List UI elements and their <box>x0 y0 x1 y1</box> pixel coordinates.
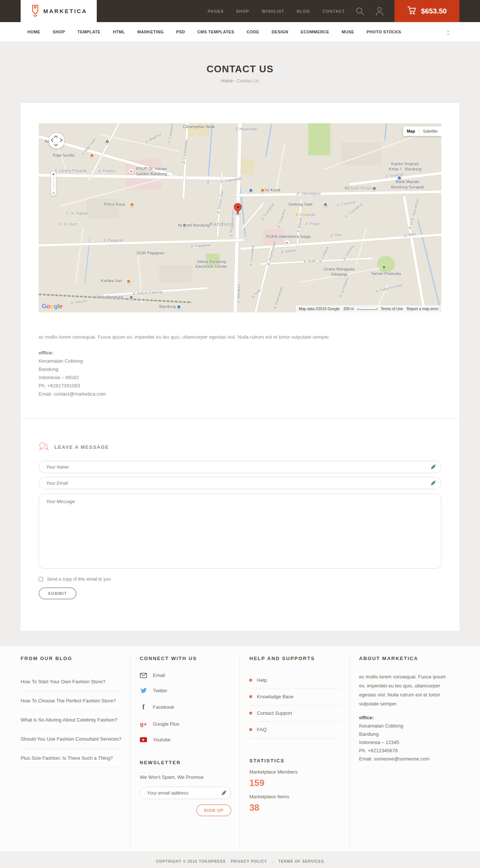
park-poi-icon <box>382 264 387 269</box>
help-link-label: Knowladge Base <box>257 694 294 699</box>
social-link-twitter[interactable]: Twitter <box>140 688 232 693</box>
bullet-square-icon <box>249 728 252 731</box>
social-link-label: Twitter <box>153 688 167 693</box>
category-nav-item[interactable]: CODE <box>247 30 259 34</box>
map-label: Jl. Pajajaran <box>190 243 211 249</box>
report-map-error-link[interactable]: Report a map error <box>407 307 438 311</box>
map-scale-label: 200 m <box>344 307 354 311</box>
brand-logo[interactable]: MARKETICA <box>21 0 97 22</box>
stat-value: 38 <box>249 802 341 813</box>
blog-post-link[interactable]: Plus Size Fashion: Is There Such a Thing… <box>21 749 122 768</box>
social-link-label: Facebook <box>153 704 174 710</box>
category-nav-item[interactable]: DESIGN <box>272 30 288 34</box>
map-label: GOR Pajajaran <box>136 251 165 256</box>
map-label: Jl. Progo <box>305 221 320 226</box>
map-view-button[interactable]: Map <box>403 126 419 136</box>
social-link-google-plus[interactable]: g+Google Plus <box>140 721 232 727</box>
satellite-view-button[interactable]: Satellite <box>419 126 441 136</box>
bullet-square-icon <box>249 679 252 681</box>
pen-icon <box>220 790 226 797</box>
blog-post-link[interactable]: Should You Use Fashion Consultant Servic… <box>21 730 122 749</box>
about-heading: ABOUT MARKETICA <box>359 656 452 661</box>
help-link[interactable]: FAQ <box>249 722 341 738</box>
map-label: Jl. Sumbawa <box>338 277 350 299</box>
privacy-policy-link[interactable]: PRIVACY POLICY <box>231 859 267 864</box>
social-link-label: Email <box>153 672 165 678</box>
social-link-facebook[interactable]: fFacebook <box>140 703 232 711</box>
social-link-email[interactable]: Email <box>140 672 232 678</box>
breadcrumb-current: Contact Us <box>237 78 259 84</box>
restaurant-poi-icon <box>126 279 131 284</box>
header-nav-item[interactable]: CONTACT <box>322 9 345 13</box>
stat-label: Marketplace Members <box>249 769 341 775</box>
social-link-youtube[interactable]: Youtube <box>140 737 232 743</box>
category-nav-item[interactable]: ECOMMERCE <box>301 30 329 34</box>
email-input[interactable] <box>39 477 441 489</box>
submit-button[interactable]: SUBMIT <box>39 587 76 599</box>
category-nav-item[interactable]: HTML <box>113 30 125 34</box>
statistics-block: STATISTICS Marketplace Members159Marketp… <box>249 758 341 813</box>
category-nav-item[interactable]: TEMPLATE <box>77 30 100 34</box>
map-label: Jl. Layang Pasupati <box>54 169 87 173</box>
youtube-icon <box>140 737 147 742</box>
chevron-down-icon[interactable]: ⌄ ⌄ <box>446 29 450 35</box>
help-link[interactable]: Help <box>249 672 341 689</box>
category-nav-item[interactable]: MUSE <box>342 30 354 34</box>
office-address-block: office: Kecamatan Coblong Bandung. Indon… <box>39 349 441 398</box>
send-copy-checkbox[interactable] <box>39 577 43 581</box>
social-link-label: Google Plus <box>153 721 180 727</box>
send-copy-label: Send a copy of this email to you <box>47 577 111 582</box>
terms-of-use-link[interactable]: Terms of Use <box>381 307 403 311</box>
leave-message-heading: LEAVE A MESSAGE <box>54 444 109 450</box>
category-nav-item[interactable]: PSD <box>176 30 185 34</box>
map-zoom-control[interactable]: +− <box>51 171 56 196</box>
about-office-heading: office: <box>359 715 374 720</box>
page-hero: CONTACT US Home › Contact Us <box>0 42 480 103</box>
page-footer: FROM OUR BLOG How To Start Your Own Fash… <box>0 646 480 868</box>
category-nav: HOMESHOPTEMPLATEHTMLMARKETINGPSDCMS TEMP… <box>0 22 480 42</box>
category-nav-item[interactable]: SHOP <box>53 30 65 34</box>
about-office-block: office: Kecamatan Coblong Bandung. Indon… <box>359 714 452 763</box>
help-link[interactable]: Contact Support <box>249 705 341 722</box>
pen-icon <box>430 464 436 471</box>
category-nav-item[interactable]: PHOTO STOCKS <box>366 30 401 34</box>
user-icon[interactable] <box>375 6 384 16</box>
header-nav-item[interactable]: SHOP <box>236 9 249 13</box>
category-nav-item[interactable]: HOME <box>27 30 40 34</box>
help-link[interactable]: Knowladge Base <box>249 689 341 705</box>
breadcrumb: Home › Contact Us <box>0 78 480 84</box>
map-label: Jl. Cipaganti <box>166 123 175 144</box>
map-label: Bank Mandiri Bandung Surapati <box>391 179 424 190</box>
newsletter-email-input[interactable] <box>140 787 232 799</box>
map-attribution: Map data ©2015 Google 200 m Terms of Use… <box>296 305 441 312</box>
copyright-text: COPYRIGHT © 2015 TOKOPRESS <box>156 859 226 864</box>
message-textarea[interactable] <box>39 494 441 569</box>
about-office-lines: Kecamatan Coblong Bandung. Indonesia – 1… <box>359 722 452 763</box>
breadcrumb-home[interactable]: Home <box>221 78 233 84</box>
blog-post-link[interactable]: How To Start Your Own Fashion Store? <box>21 672 122 692</box>
name-input[interactable] <box>39 461 441 473</box>
category-nav-item[interactable]: CMS TEMPLATES <box>197 30 234 34</box>
cart-button[interactable]: $653.50 <box>394 0 459 22</box>
zoom-out-icon[interactable]: − <box>52 191 54 195</box>
header-nav-item[interactable]: BLOG <box>297 9 310 13</box>
help-link-label: Contact Support <box>257 710 292 716</box>
header-nav-item[interactable]: PAGES <box>208 9 224 13</box>
blog-post-link[interactable]: What is So Alluring About Celebrity Fash… <box>21 711 122 730</box>
header-nav-item[interactable]: WISHLIST <box>262 9 285 13</box>
zoom-in-icon[interactable]: + <box>52 172 54 176</box>
signup-button[interactable]: SIGN UP <box>196 804 231 816</box>
train-poi-icon <box>176 304 181 309</box>
statistics-heading: STATISTICS <box>249 758 341 763</box>
blog-heading: FROM OUR BLOG <box>21 656 122 661</box>
email-icon <box>140 673 147 678</box>
terms-of-services-link[interactable]: TERMS OF SERVICES <box>278 859 324 864</box>
google-map[interactable]: Cihampelas WalkJl. HasanudinJl. Cipagant… <box>39 123 441 312</box>
map-label: Jl. Dr. Rajman <box>66 211 89 216</box>
shopping-poi-icon <box>248 188 253 193</box>
category-nav-item[interactable]: MARKETING <box>137 30 164 34</box>
search-icon[interactable] <box>355 6 365 16</box>
blog-post-link[interactable]: How To Choose The Perfect Fashion Store? <box>21 692 122 711</box>
map-pan-control[interactable] <box>49 133 64 149</box>
connect-heading: CONNECT WITH US <box>140 656 232 661</box>
